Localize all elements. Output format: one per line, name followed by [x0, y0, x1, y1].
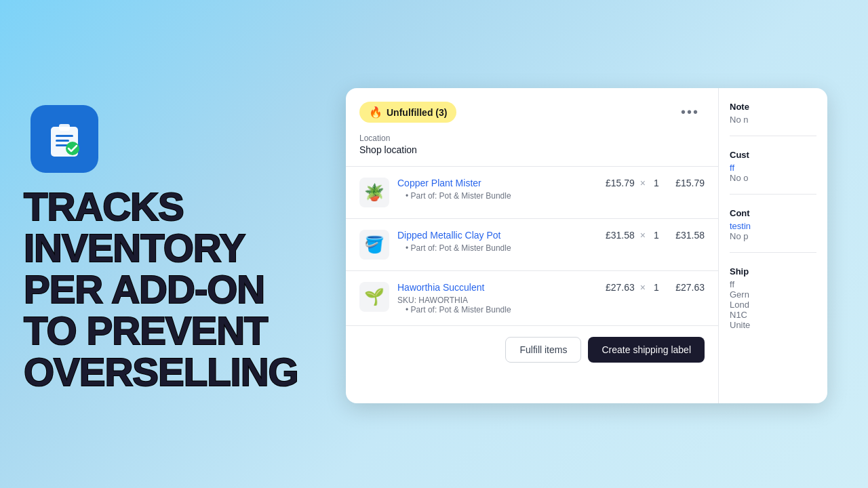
hero-line5: OVERSELLING — [24, 350, 298, 394]
items-list: 🪴 Copper Plant Mister Part of: Pot & Mis… — [346, 167, 718, 326]
price-qty-2: 1 — [651, 282, 662, 293]
create-shipping-label-button[interactable]: Create shipping label — [588, 337, 705, 363]
shipping-line1: ff — [730, 279, 816, 289]
item-pricing-1: £31.58 × 1 £31.58 — [601, 230, 705, 241]
price-total-0: £15.79 — [667, 178, 705, 188]
notes-section: Note No n — [730, 102, 816, 136]
item-info-0: Copper Plant Mister Part of: Pot & Miste… — [397, 178, 593, 201]
svg-rect-2 — [56, 135, 73, 137]
order-header: 🔥 Unfulfilled (3) ••• — [346, 88, 718, 123]
fulfill-items-button[interactable]: Fulfill items — [505, 337, 581, 363]
hero-line1: TRACKS — [24, 184, 184, 228]
price-unit-0: £15.79 — [601, 178, 635, 188]
price-unit-2: £27.63 — [601, 282, 635, 293]
shipping-line3: Lond — [730, 300, 816, 310]
shipping-line2: Gern — [730, 289, 816, 300]
table-row: 🌱 Haworthia Succulent SKU: HAWORTHIA Par… — [346, 271, 718, 326]
table-row: 🪴 Copper Plant Mister Part of: Pot & Mis… — [346, 167, 718, 219]
shipping-line5: Unite — [730, 320, 816, 330]
item-sub-2: Part of: Pot & Mister Bundle — [406, 305, 593, 314]
item-pricing-2: £27.63 × 1 £27.63 — [601, 282, 705, 293]
badge-label: Unfulfilled (3) — [387, 107, 447, 118]
customer-title: Cust — [730, 150, 816, 160]
item-sub-0: Part of: Pot & Mister Bundle — [406, 191, 593, 201]
price-multiplier-2: × — [640, 282, 646, 293]
item-info-2: Haworthia Succulent SKU: HAWORTHIA Part … — [397, 282, 593, 314]
item-info-1: Dipped Metallic Clay Pot Part of: Pot & … — [397, 230, 593, 253]
location-section: Location Shop location — [346, 134, 718, 167]
price-unit-1: £31.58 — [601, 230, 635, 241]
item-pricing-0: £15.79 × 1 £15.79 — [601, 178, 705, 188]
hero-line3: PER ADD-ON — [24, 267, 264, 311]
location-value: Shop location — [359, 144, 705, 155]
item-name-1[interactable]: Dipped Metallic Clay Pot — [397, 230, 593, 241]
location-label: Location — [359, 134, 705, 143]
price-multiplier-1: × — [640, 230, 646, 241]
svg-rect-1 — [59, 124, 70, 131]
app-icon — [31, 105, 98, 173]
hero-text: TRACKS INVENTORY PER ADD-ON TO PREVENT O… — [24, 186, 342, 392]
notes-value: No n — [730, 115, 816, 125]
shipping-section: Ship ff Gern Lond N1C Unite — [730, 266, 816, 341]
shipping-title: Ship — [730, 266, 816, 277]
item-sku-2: SKU: HAWORTHIA — [397, 296, 593, 305]
table-row: 🪣 Dipped Metallic Clay Pot Part of: Pot … — [346, 219, 718, 271]
price-total-1: £31.58 — [667, 230, 705, 241]
hero-line2: INVENTORY — [24, 226, 245, 270]
price-qty-1: 1 — [651, 230, 662, 241]
price-total-2: £27.63 — [667, 282, 705, 293]
badge-emoji: 🔥 — [369, 106, 382, 119]
notes-title: Note — [730, 102, 816, 112]
price-multiplier-0: × — [640, 178, 646, 188]
contact-link[interactable]: testin — [730, 221, 816, 231]
order-footer: Fulfill items Create shipping label — [346, 326, 718, 373]
contact-note: No p — [730, 231, 816, 241]
main-panel: 🔥 Unfulfilled (3) ••• Location Shop loca… — [346, 88, 827, 403]
item-name-0[interactable]: Copper Plant Mister — [397, 178, 593, 188]
price-qty-0: 1 — [651, 178, 662, 188]
item-name-2[interactable]: Haworthia Succulent — [397, 282, 593, 293]
hero-line4: TO PREVENT — [24, 308, 268, 352]
customer-link[interactable]: ff — [730, 163, 816, 173]
item-image-0: 🪴 — [359, 178, 389, 207]
contact-title: Cont — [730, 208, 816, 218]
item-image-2: 🌱 — [359, 282, 389, 312]
shipping-line4: N1C — [730, 310, 816, 320]
item-image-1: 🪣 — [359, 230, 389, 260]
order-section: 🔥 Unfulfilled (3) ••• Location Shop loca… — [346, 88, 719, 403]
sidebar-panel: Note No n Cust ff No o Cont testin No p … — [719, 88, 827, 403]
contact-section: Cont testin No p — [730, 208, 816, 253]
customer-note: No o — [730, 173, 816, 183]
customer-section: Cust ff No o — [730, 150, 816, 195]
item-sub-1: Part of: Pot & Mister Bundle — [406, 243, 593, 253]
unfulfilled-badge: 🔥 Unfulfilled (3) — [359, 102, 456, 123]
svg-rect-3 — [56, 140, 69, 142]
more-options-button[interactable]: ••• — [675, 102, 705, 123]
